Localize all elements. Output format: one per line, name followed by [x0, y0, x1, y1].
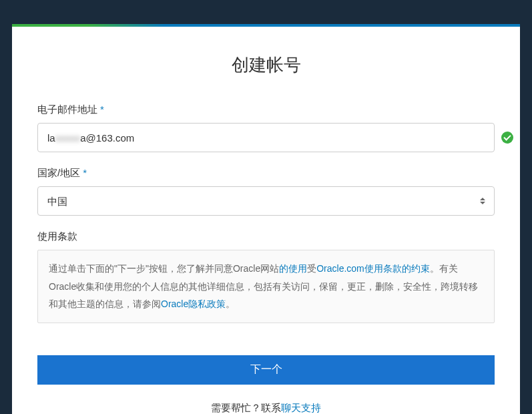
privacy-link[interactable]: Oracle隐私政策: [161, 298, 226, 309]
country-label: 国家/地区*: [37, 167, 495, 180]
redacted-text: xxxxx: [55, 132, 81, 144]
page-title: 创建帐号: [37, 53, 495, 77]
required-indicator: *: [100, 104, 104, 115]
next-button[interactable]: 下一个: [37, 355, 495, 385]
usage-link[interactable]: 的使用: [279, 263, 307, 274]
email-group: 电子邮件地址* laxxxxxa@163.com: [37, 104, 495, 152]
email-input-wrapper: laxxxxxa@163.com: [37, 123, 495, 152]
checkmark-icon: [501, 132, 513, 144]
country-select-wrapper: 中国: [37, 186, 495, 216]
terms-box: 通过单击下面的"下一步"按钮，您了解并同意Oracle网站的使用受Oracle.…: [37, 250, 495, 323]
signup-card: 创建帐号 电子邮件地址* laxxxxxa@163.com 国家/地区* 中国 …: [12, 27, 520, 414]
email-label: 电子邮件地址*: [37, 104, 495, 116]
terms-group: 使用条款 通过单击下面的"下一步"按钮，您了解并同意Oracle网站的使用受Or…: [37, 230, 495, 323]
terms-link[interactable]: Oracle.com使用条款的约束: [316, 263, 430, 274]
help-text: 需要帮忙？联系聊天支持: [37, 402, 495, 414]
terms-label: 使用条款: [37, 230, 495, 243]
country-group: 国家/地区* 中国: [37, 167, 495, 216]
required-indicator: *: [83, 167, 87, 178]
chat-support-link[interactable]: 聊天支持: [281, 402, 321, 413]
country-select[interactable]: 中国: [37, 186, 495, 216]
email-field[interactable]: laxxxxxa@163.com: [37, 123, 495, 152]
